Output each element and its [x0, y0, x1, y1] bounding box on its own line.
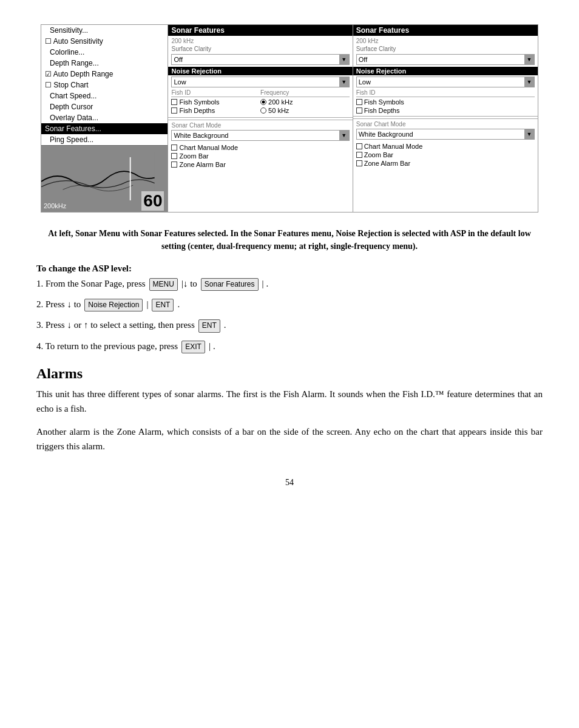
right-panel-header: Sonar Features [353, 25, 538, 36]
menu-button[interactable]: MENU [149, 278, 178, 291]
right-noise-rejection-label: Noise Rejection [353, 67, 538, 75]
menu-item-depth-cursor: Depth Cursor [41, 101, 168, 112]
center-surface-clarity-value: Off [172, 56, 339, 63]
center-noise-rejection-dropdown[interactable]: Low ▼ [171, 77, 349, 87]
center-freq-200-label: 200 kHz [268, 98, 293, 106]
enter-button-1[interactable]: ENT [152, 299, 174, 311]
center-fish-depths-item[interactable]: Fish Depths [171, 107, 260, 114]
alarms-para-1: This unit has three different types of s… [36, 387, 543, 416]
right-fish-id-label: Fish ID [356, 89, 535, 97]
center-noise-rejection-value: Low [172, 78, 339, 86]
asp-steps: 1. From the Sonar Page, press MENU |↓ to… [36, 276, 543, 353]
right-chart-manual-label: Chart Manual Mode [364, 143, 423, 150]
center-noise-rejection-arrow: ▼ [339, 77, 349, 87]
center-chart-manual-item[interactable]: Chart Manual Mode [171, 144, 349, 151]
right-noise-rejection-arrow: ▼ [524, 77, 534, 87]
right-zoom-bar-item[interactable]: Zoom Bar [356, 151, 535, 158]
right-checkboxes-section: Chart Manual Mode Zoom Bar Zone Alarm Ba… [353, 141, 538, 170]
center-freq-50-label: 50 kHz [268, 107, 289, 114]
right-feature-panel: Sonar Features 200 kHz Surface Clarity O… [353, 25, 538, 212]
center-zone-alarm-item[interactable]: Zone Alarm Bar [171, 161, 349, 168]
right-fish-depths-label: Fish Depths [364, 107, 400, 114]
menu-item-chart-speed: Chart Speed... [41, 90, 168, 101]
menu-item-auto-sensitivity: ☐ Auto Sensitivity [41, 36, 168, 47]
center-fish-depths-checkbox [171, 107, 177, 114]
right-chart-manual-item[interactable]: Chart Manual Mode [356, 143, 535, 150]
right-fish-symbols-checkbox [356, 99, 362, 105]
enter-button-2[interactable]: ENT [198, 319, 220, 332]
page-container: Sensitivity... ☐ Auto Sensitivity Colorl… [36, 24, 543, 488]
center-freq-200-item[interactable]: 200 kHz [260, 98, 350, 106]
menu-item-ping-speed: Ping Speed... [41, 134, 168, 145]
right-fish-depths-checkbox [356, 107, 362, 114]
center-zoom-bar-checkbox [171, 153, 177, 159]
center-fish-depths-label: Fish Depths [179, 107, 215, 114]
alarms-heading: Alarms [36, 366, 543, 382]
center-freq-50-item[interactable]: 50 kHz [260, 107, 350, 114]
menu-bottom-sonar-image: 200kHz 60 [41, 145, 168, 212]
noise-rejection-button[interactable]: Noise Rejection [84, 299, 143, 311]
menu-item-auto-depth: ☑ Auto Depth Range [41, 69, 168, 80]
exit-button[interactable]: EXIT [181, 341, 205, 353]
alarms-para-2: Another alarm is the Zone Alarm, which c… [36, 424, 543, 454]
sonar-features-button[interactable]: Sonar Features [201, 278, 259, 291]
center-chart-mode-dropdown[interactable]: White Background ▼ [171, 130, 349, 141]
asp-step-2: 2. Press ↓ to Noise Rejection | ENT . [36, 297, 543, 311]
right-fish-symbols-item[interactable]: Fish Symbols [356, 98, 535, 106]
right-surface-clarity-label: Surface Clarity [353, 44, 538, 53]
left-menu-panel: Sensitivity... ☐ Auto Sensitivity Colorl… [41, 25, 168, 212]
center-fish-symbols-item[interactable]: Fish Symbols [171, 98, 260, 106]
center-zoom-bar-label: Zoom Bar [179, 152, 208, 160]
asp-step-4: 4. To return to the previous page, press… [36, 339, 543, 353]
right-chart-mode-label: Sonar Chart Mode [353, 118, 538, 128]
menu-item-stop-chart: ☐ Stop Chart [41, 80, 168, 90]
menu-item-depth-range: Depth Range... [41, 58, 168, 69]
center-surface-clarity-label: Surface Clarity [168, 44, 352, 53]
center-surface-clarity-dropdown[interactable]: Off ▼ [171, 54, 349, 65]
right-fish-depths-item[interactable]: Fish Depths [356, 107, 535, 114]
right-khz-label: 200 kHz [353, 36, 538, 44]
right-zone-alarm-item[interactable]: Zone Alarm Bar [356, 160, 535, 167]
right-chart-manual-checkbox [356, 143, 362, 149]
menu-item-overlay-data: Overlay Data... [41, 112, 168, 123]
page-number: 54 [36, 478, 543, 488]
caption-text: At left, Sonar Menu with Sonar Features … [41, 227, 538, 253]
right-surface-clarity-arrow: ▼ [524, 55, 534, 64]
center-fish-id-label: Fish ID [171, 89, 260, 97]
center-freq-col: Frequency 200 kHz 50 kHz [260, 89, 350, 115]
asp-step-3-text: 3. Press ↓ or ↑ to select a setting, the… [36, 318, 195, 332]
center-fish-id-col: Fish ID Fish Symbols Fish Depths [171, 89, 260, 115]
center-freq-50-radio [260, 107, 266, 114]
center-fish-symbols-checkbox [171, 99, 177, 105]
right-surface-clarity-value: Off [357, 56, 524, 63]
right-zone-alarm-checkbox [356, 160, 362, 166]
center-chart-mode-label: Sonar Chart Mode [168, 120, 352, 129]
center-feature-panel: Sonar Features 200 kHz Surface Clarity O… [168, 25, 353, 212]
right-zoom-bar-label: Zoom Bar [364, 151, 393, 158]
menu-item-colorline: Colorline... [41, 47, 168, 58]
right-surface-clarity-dropdown[interactable]: Off ▼ [356, 54, 535, 65]
center-zone-alarm-checkbox [171, 162, 177, 168]
center-chart-manual-label: Chart Manual Mode [179, 144, 238, 151]
center-noise-rejection-label: Noise Rejection [168, 67, 352, 75]
screenshot-panel: Sensitivity... ☐ Auto Sensitivity Colorl… [41, 24, 538, 213]
center-checkboxes-section: Chart Manual Mode Zoom Bar Zone Alarm Ba… [168, 142, 352, 171]
asp-step-1-text: 1. From the Sonar Page, press [36, 276, 146, 291]
menu-item-sonar-features: Sonar Features... [41, 123, 168, 134]
asp-step-4-text: 4. To return to the previous page, press [36, 339, 178, 353]
menu-bottom-number: 60 [141, 191, 164, 211]
center-chart-mode-value: White Background [172, 132, 339, 139]
menu-bottom-label: 200kHz [44, 202, 66, 209]
asp-step-3: 3. Press ↓ or ↑ to select a setting, the… [36, 318, 543, 332]
center-chart-manual-checkbox [171, 145, 177, 151]
right-chart-mode-value: White Background [357, 131, 524, 138]
right-chart-mode-arrow: ▼ [524, 129, 534, 139]
center-fish-symbols-label: Fish Symbols [179, 98, 219, 106]
center-zoom-bar-item[interactable]: Zoom Bar [171, 152, 349, 160]
center-zone-alarm-label: Zone Alarm Bar [179, 161, 225, 168]
asp-section-heading: To change the ASP level: [36, 264, 543, 274]
center-chart-mode-arrow: ▼ [339, 131, 349, 140]
right-fish-row: Fish ID Fish Symbols Fish Depths [356, 89, 535, 114]
right-chart-mode-dropdown[interactable]: White Background ▼ [356, 129, 535, 140]
right-noise-rejection-dropdown[interactable]: Low ▼ [356, 77, 535, 87]
